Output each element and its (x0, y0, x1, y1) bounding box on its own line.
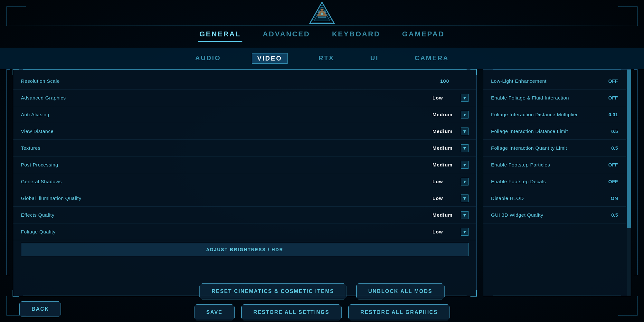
right-setting-value-4: 0.5 (611, 145, 618, 151)
setting-value-5: Medium (432, 162, 458, 167)
action-row-2: SAVERESTORE ALL SETTINGSRESTORE ALL GRAP… (0, 304, 644, 320)
dropdown-arrow-7[interactable]: ▼ (461, 194, 469, 202)
left-setting-row-8[interactable]: Effects QualityMedium▼ (13, 207, 476, 223)
setting-value-8: Medium (432, 212, 458, 218)
right-setting-row-2[interactable]: Foliage Interaction Distance Multiplier0… (483, 106, 626, 123)
setting-value-9: Low (432, 229, 458, 234)
left-setting-row-2[interactable]: Anti AliasingMedium▼ (13, 106, 476, 123)
right-setting-value-0: OFF (608, 78, 618, 84)
restore-settings-button[interactable]: RESTORE ALL SETTINGS (241, 304, 342, 320)
right-setting-value-2: 0.01 (609, 112, 618, 117)
dropdown-arrow-5[interactable]: ▼ (461, 161, 469, 169)
right-setting-value-6: OFF (608, 179, 618, 184)
scrollbar-thumb (627, 70, 631, 228)
right-scrollbar[interactable] (627, 70, 631, 296)
sub-nav-item-rtx[interactable]: RTX (313, 53, 339, 64)
save-button[interactable]: SAVE (194, 304, 234, 320)
side-decoration-right (634, 69, 638, 275)
right-setting-row-7[interactable]: Disable HLODON (483, 190, 626, 207)
left-setting-row-6[interactable]: General ShadowsLow▼ (13, 173, 476, 190)
panel-bracket-tl (483, 69, 489, 75)
setting-label-3: View Distance (21, 128, 432, 134)
right-setting-row-8[interactable]: GUI 3D Widget Quality0.5 (483, 207, 626, 223)
left-setting-row-5[interactable]: Post ProcessingMedium▼ (13, 156, 476, 173)
unblock-mods-button[interactable]: UNBLOCK ALL MODS (356, 283, 445, 299)
side-decoration-left (6, 69, 10, 275)
right-setting-label-0: Low-Light Enhancement (491, 78, 608, 84)
right-setting-row-6[interactable]: Enable Footstep DecalsOFF (483, 173, 626, 190)
right-setting-row-5[interactable]: Enable Footstep ParticlesOFF (483, 156, 626, 173)
setting-label-9: Foliage Quality (21, 229, 432, 234)
svg-point-5 (321, 13, 323, 15)
sub-nav-item-video[interactable]: VIDEO (252, 53, 288, 64)
main-nav-item-keyboard[interactable]: KEYBOARD (331, 27, 382, 42)
dropdown-arrow-6[interactable]: ▼ (461, 178, 469, 185)
left-settings-list: Resolution Scale100Advanced GraphicsLow▼… (13, 70, 476, 296)
setting-label-2: Anti Aliasing (21, 112, 432, 117)
left-setting-row-9[interactable]: Foliage QualityLow▼ (13, 223, 476, 240)
panel-bracket-tl (13, 69, 19, 75)
right-setting-row-3[interactable]: Foliage Interaction Distance Limit0.5 (483, 123, 626, 140)
right-setting-label-4: Foliage Interaction Quantity Limit (491, 145, 611, 151)
logo-container (303, 0, 341, 26)
sub-nav-item-camera[interactable]: CAMERA (410, 53, 454, 64)
right-settings-list: Low-Light EnhancementOFFEnable Foliage &… (483, 70, 631, 296)
brightness-button[interactable]: ADJUST BRIGHTNESS / HDR (21, 243, 469, 256)
dropdown-arrow-3[interactable]: ▼ (461, 128, 469, 135)
main-nav-item-general[interactable]: GENERAL (198, 27, 242, 42)
right-setting-row-1[interactable]: Enable Foliage & Fluid InteractionOFF (483, 90, 626, 106)
panel-bracket-tr (470, 69, 477, 75)
right-setting-value-3: 0.5 (611, 128, 618, 134)
setting-label-7: Global Illumination Quality (21, 195, 432, 201)
bottom-action-area: RESET CINEMATICS & COSMETIC ITEMSUNBLOCK… (0, 280, 644, 322)
dropdown-arrow-9[interactable]: ▼ (461, 228, 469, 236)
content-area: Resolution Scale100Advanced GraphicsLow▼… (13, 69, 631, 296)
left-setting-row-4[interactable]: TexturesMedium▼ (13, 140, 476, 156)
left-setting-row-7[interactable]: Global Illumination QualityLow▼ (13, 190, 476, 207)
setting-value-0: 100 (440, 78, 466, 84)
setting-label-6: General Shadows (21, 179, 432, 184)
main-navigation: GENERALADVANCEDKEYBOARDGAMEPAD (198, 27, 446, 42)
left-setting-row-1[interactable]: Advanced GraphicsLow▼ (13, 90, 476, 106)
right-setting-label-2: Foliage Interaction Distance Multiplier (491, 112, 609, 117)
dropdown-arrow-1[interactable]: ▼ (461, 94, 469, 102)
setting-label-1: Advanced Graphics (21, 95, 432, 100)
main-nav-item-advanced[interactable]: ADVANCED (261, 27, 311, 42)
setting-value-4: Medium (432, 145, 458, 151)
right-setting-label-7: Disable HLOD (491, 195, 611, 201)
reset-cinematics-button[interactable]: RESET CINEMATICS & COSMETIC ITEMS (199, 283, 346, 299)
left-setting-row-3[interactable]: View DistanceMedium▼ (13, 123, 476, 140)
right-settings-panel: Low-Light EnhancementOFFEnable Foliage &… (483, 69, 631, 296)
back-button[interactable]: BACK (19, 301, 61, 317)
ark-logo-icon (309, 2, 335, 24)
setting-value-7: Low (432, 195, 458, 201)
right-setting-value-1: OFF (608, 95, 618, 100)
right-setting-label-5: Enable Footstep Particles (491, 162, 608, 167)
sub-navigation: AUDIOVIDEORTXUICAMERA (0, 48, 644, 69)
right-setting-label-1: Enable Foliage & Fluid Interaction (491, 95, 608, 100)
dropdown-arrow-2[interactable]: ▼ (461, 111, 469, 118)
setting-value-2: Medium (432, 112, 458, 117)
right-setting-row-0[interactable]: Low-Light EnhancementOFF (483, 73, 626, 90)
right-setting-row-4[interactable]: Foliage Interaction Quantity Limit0.5 (483, 140, 626, 156)
right-setting-value-7: ON (611, 195, 618, 201)
setting-value-3: Medium (432, 128, 458, 134)
left-settings-panel: Resolution Scale100Advanced GraphicsLow▼… (13, 69, 477, 296)
setting-value-6: Low (432, 179, 458, 184)
setting-label-5: Post Processing (21, 162, 432, 167)
right-setting-value-8: 0.5 (611, 212, 618, 218)
action-row-1: RESET CINEMATICS & COSMETIC ITEMSUNBLOCK… (0, 280, 644, 299)
setting-label-8: Effects Quality (21, 212, 432, 218)
dropdown-arrow-4[interactable]: ▼ (461, 144, 469, 152)
right-setting-label-6: Enable Footstep Decals (491, 179, 608, 184)
dropdown-arrow-8[interactable]: ▼ (461, 211, 469, 219)
right-setting-label-3: Foliage Interaction Distance Limit (491, 128, 611, 134)
setting-label-4: Textures (21, 145, 432, 151)
left-setting-row-0[interactable]: Resolution Scale100 (13, 73, 476, 90)
restore-graphics-button[interactable]: RESTORE ALL GRAPHICS (348, 304, 450, 320)
sub-nav-item-ui[interactable]: UI (365, 53, 384, 64)
panels-row: Resolution Scale100Advanced GraphicsLow▼… (13, 69, 631, 296)
main-nav-item-gamepad[interactable]: GAMEPAD (401, 27, 446, 42)
setting-label-0: Resolution Scale (21, 78, 440, 84)
sub-nav-item-audio[interactable]: AUDIO (190, 53, 226, 64)
